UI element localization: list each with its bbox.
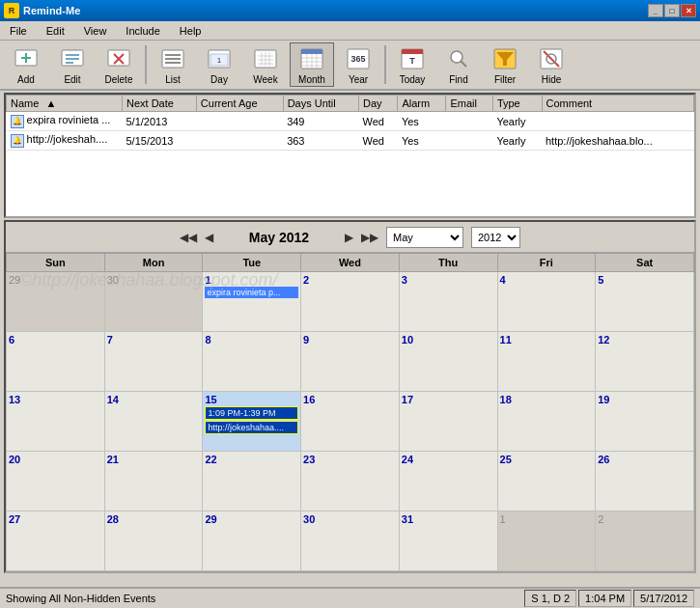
day-icon: 1 — [206, 45, 233, 72]
menu-file[interactable]: File — [4, 23, 33, 39]
cal-first-button[interactable]: ◀◀ — [180, 231, 197, 244]
col-name[interactable]: Name ▲ — [7, 96, 123, 112]
svg-line-38 — [461, 61, 466, 67]
cal-day-cell[interactable]: 29 — [7, 272, 105, 332]
cal-day-cell[interactable]: 21 — [104, 452, 203, 511]
cal-event[interactable]: 1:09 PM-1:39 PM — [205, 406, 298, 420]
calendar-grid: SunMonTueWedThuFriSat 29301expira rovini… — [6, 253, 694, 571]
col-days-until[interactable]: Days Until — [283, 96, 358, 112]
maximize-button[interactable]: □ — [664, 4, 680, 17]
close-button[interactable]: ✕ — [681, 4, 696, 17]
find-icon — [445, 45, 472, 72]
cal-day-cell[interactable]: 2 — [596, 511, 694, 571]
menu-bar: File Edit View Include Help — [0, 21, 700, 41]
cal-day-number: 4 — [500, 274, 594, 286]
cal-day-cell[interactable]: 28 — [104, 511, 203, 571]
cal-day-cell[interactable]: 22 — [203, 452, 301, 511]
cal-day-cell[interactable]: 5 — [596, 272, 694, 332]
minimize-button[interactable]: _ — [648, 4, 663, 17]
cal-day-number: 13 — [9, 394, 102, 405]
cal-day-cell[interactable]: 29 — [203, 511, 301, 571]
table-row[interactable]: 🔔 expira rovinieta ... 5/1/2013 349 Wed … — [7, 112, 694, 131]
week-button[interactable]: Week — [243, 42, 288, 87]
today-label: Today — [400, 74, 426, 85]
cal-event[interactable]: http://jokeshahaa.... — [205, 421, 298, 434]
cal-day-cell[interactable]: 24 — [399, 452, 497, 511]
cal-day-cell[interactable]: 25 — [497, 452, 596, 511]
cal-day-cell[interactable]: 12 — [596, 332, 694, 392]
cal-day-cell[interactable]: 6 — [7, 332, 105, 392]
filter-label: Filter — [494, 74, 516, 85]
cal-day-cell[interactable]: 26 — [596, 452, 694, 511]
cal-day-cell[interactable]: 14 — [104, 392, 203, 452]
cal-month-select[interactable]: JanuaryFebruaryMarchAprilMayJuneJulyAugu… — [386, 227, 463, 248]
cal-day-cell[interactable]: 8 — [203, 332, 301, 392]
cal-day-cell[interactable]: 30 — [301, 511, 400, 571]
cal-event[interactable]: expira rovinieta p... — [205, 287, 298, 298]
cal-day-number: 29 — [205, 513, 298, 525]
toolbar-separator-1 — [145, 45, 147, 84]
find-button[interactable]: Find — [436, 42, 481, 87]
svg-rect-35 — [402, 49, 423, 54]
col-current-age[interactable]: Current Age — [196, 96, 283, 112]
add-button[interactable]: Add — [4, 42, 48, 87]
col-next-date[interactable]: Next Date — [123, 96, 197, 112]
cal-day-cell[interactable]: 2 — [301, 272, 400, 332]
table-row[interactable]: 🔔 http://jokeshah.... 5/15/2013 363 Wed … — [7, 131, 694, 151]
cal-day-cell[interactable]: 11 — [497, 332, 596, 392]
list-button[interactable]: List — [151, 42, 195, 87]
delete-icon — [105, 45, 132, 72]
cal-day-cell[interactable]: 13 — [7, 392, 105, 452]
year-label: Year — [349, 74, 368, 85]
cal-day-cell[interactable]: 3 — [399, 272, 497, 332]
col-day[interactable]: Day — [359, 96, 398, 112]
cal-day-cell[interactable]: 30 — [104, 272, 203, 332]
year-button[interactable]: 365 Year — [336, 42, 380, 87]
cal-next-button[interactable]: ▶ — [345, 231, 353, 244]
hide-button[interactable]: Hide — [529, 42, 574, 87]
today-button[interactable]: T Today — [390, 42, 434, 87]
week-icon — [252, 45, 279, 72]
col-alarm[interactable]: Alarm — [398, 96, 446, 112]
delete-button[interactable]: Delete — [97, 42, 141, 87]
svg-rect-25 — [301, 49, 322, 54]
col-email[interactable]: Email — [446, 96, 492, 112]
menu-include[interactable]: Include — [120, 23, 165, 39]
cal-day-cell[interactable]: 7 — [104, 332, 203, 392]
cal-day-cell[interactable]: 4 — [497, 272, 596, 332]
edit-button[interactable]: Edit — [50, 42, 95, 87]
app-icon: R — [4, 3, 19, 18]
cal-day-cell[interactable]: 1expira rovinieta p... — [203, 272, 301, 332]
cal-day-cell[interactable]: 19 — [596, 392, 694, 452]
edit-icon — [59, 45, 86, 72]
cal-day-number: 28 — [107, 513, 201, 525]
cal-day-cell[interactable]: 20 — [7, 452, 105, 511]
cal-day-cell[interactable]: 1 — [497, 511, 596, 571]
col-type[interactable]: Type — [492, 96, 542, 112]
cal-day-cell[interactable]: 27 — [7, 511, 105, 571]
cal-day-cell[interactable]: 31 — [399, 511, 497, 571]
cal-day-header: Thu — [399, 254, 497, 272]
status-message: Showing All Non-Hidden Events — [6, 593, 524, 604]
cal-day-cell[interactable]: 9 — [301, 332, 400, 392]
cal-prev-button[interactable]: ◀ — [205, 231, 213, 244]
cal-day-cell[interactable]: 151:09 PM-1:39 PMhttp://jokeshahaa.... — [203, 392, 301, 452]
filter-button[interactable]: Filter — [483, 42, 527, 87]
cal-last-button[interactable]: ▶▶ — [361, 231, 378, 244]
svg-text:365: 365 — [350, 54, 365, 64]
menu-view[interactable]: View — [78, 23, 113, 39]
cal-day-cell[interactable]: 18 — [497, 392, 596, 452]
cal-day-cell[interactable]: 16 — [301, 392, 400, 452]
window-controls: _ □ ✕ — [648, 4, 696, 17]
cal-day-cell[interactable]: 23 — [301, 452, 400, 511]
month-button[interactable]: Month — [290, 42, 334, 87]
menu-help[interactable]: Help — [174, 23, 208, 39]
cal-day-cell[interactable]: 17 — [399, 392, 497, 452]
menu-edit[interactable]: Edit — [41, 23, 70, 39]
status-panels: S 1, D 2 1:04 PM 5/17/2012 — [524, 590, 694, 607]
cal-day-cell[interactable]: 10 — [399, 332, 497, 392]
cal-year-select[interactable]: 2012 — [471, 227, 520, 248]
day-button[interactable]: 1 Day — [197, 42, 241, 87]
col-comment[interactable]: Comment — [542, 96, 694, 112]
month-label: Month — [298, 74, 325, 85]
